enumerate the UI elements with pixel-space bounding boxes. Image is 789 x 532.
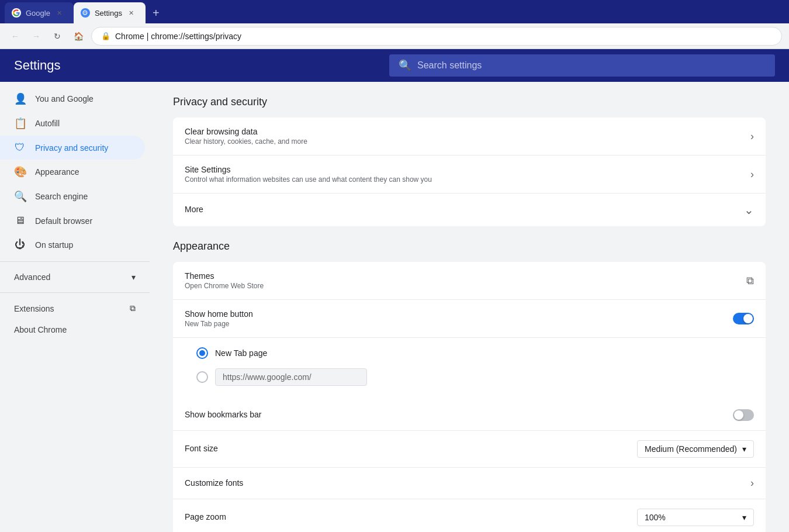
new-tab-radio-dot bbox=[199, 350, 205, 356]
font-size-text: Font size bbox=[185, 444, 637, 454]
sidebar-label-on-startup: On startup bbox=[35, 240, 73, 250]
themes-external-icon[interactable]: ⧉ bbox=[746, 275, 754, 287]
custom-url-input[interactable] bbox=[215, 368, 367, 386]
sidebar-item-advanced[interactable]: Advanced ▾ bbox=[0, 267, 150, 288]
startup-icon: ⏻ bbox=[14, 239, 26, 251]
sidebar-divider bbox=[0, 261, 150, 262]
appearance-card: Themes Open Chrome Web Store ⧉ Show home… bbox=[173, 262, 766, 532]
page-zoom-text: Page zoom bbox=[185, 512, 637, 523]
address-bar[interactable]: 🔒 Chrome | chrome://settings/privacy bbox=[91, 27, 782, 46]
font-size-dropdown[interactable]: Medium (Recommended) ▾ bbox=[637, 440, 754, 458]
default-browser-icon: 🖥 bbox=[14, 215, 26, 227]
sidebar-item-appearance[interactable]: 🎨 Appearance bbox=[0, 160, 145, 184]
sidebar-item-search-engine[interactable]: 🔍 Search engine bbox=[0, 184, 145, 209]
themes-text: Themes Open Chrome Web Store bbox=[185, 271, 746, 290]
shield-icon: 🛡 bbox=[14, 141, 26, 154]
sidebar-item-extensions[interactable]: Extensions ⧉ bbox=[0, 298, 150, 319]
reload-button[interactable]: ↻ bbox=[49, 28, 65, 44]
themes-item[interactable]: Themes Open Chrome Web Store ⧉ bbox=[173, 262, 766, 300]
bookmarks-bar-toggle[interactable] bbox=[733, 409, 754, 421]
back-button[interactable]: ← bbox=[7, 28, 23, 44]
sidebar-label-advanced: Advanced bbox=[14, 272, 50, 282]
show-home-button-title: Show home button bbox=[185, 309, 733, 319]
appearance-section-title: Appearance bbox=[173, 240, 766, 253]
person-icon: 👤 bbox=[14, 92, 26, 105]
site-settings-item[interactable]: Site Settings Control what information w… bbox=[173, 156, 766, 194]
clear-browsing-data-text: Clear browsing data Clear history, cooki… bbox=[185, 127, 750, 146]
bookmarks-toggle-knob bbox=[734, 410, 743, 420]
show-home-button-toggle[interactable] bbox=[733, 313, 754, 324]
tab-settings-close[interactable]: ✕ bbox=[127, 8, 136, 18]
site-settings-sub: Control what information websites can us… bbox=[185, 175, 750, 184]
new-tab-radio-circle bbox=[196, 347, 208, 359]
page-zoom-dropdown-chevron-icon: ▾ bbox=[742, 513, 746, 522]
sidebar-label-appearance: Appearance bbox=[35, 167, 79, 177]
sidebar-item-autofill[interactable]: 📋 Autofill bbox=[0, 111, 145, 136]
forward-button[interactable]: → bbox=[28, 28, 44, 44]
sidebar-label-you-and-google: You and Google bbox=[35, 94, 94, 103]
privacy-section-title: Privacy and security bbox=[173, 96, 766, 108]
sidebar-item-you-and-google[interactable]: 👤 You and Google bbox=[0, 87, 145, 111]
tab-google-close[interactable]: ✕ bbox=[55, 8, 64, 18]
site-settings-text: Site Settings Control what information w… bbox=[185, 165, 750, 184]
sidebar-label-default-browser: Default browser bbox=[35, 216, 92, 226]
show-home-button-text: Show home button New Tab page bbox=[185, 309, 733, 328]
show-home-button-sub: New Tab page bbox=[185, 320, 733, 328]
clear-browsing-data-arrow-icon: › bbox=[750, 130, 754, 143]
font-size-dropdown-chevron-icon: ▾ bbox=[742, 444, 746, 454]
custom-radio-item[interactable] bbox=[196, 364, 754, 391]
autofill-icon: 📋 bbox=[14, 117, 26, 130]
show-home-button-item: Show home button New Tab page bbox=[173, 300, 766, 338]
sidebar-item-default-browser[interactable]: 🖥 Default browser bbox=[0, 209, 145, 233]
sidebar-item-about-chrome[interactable]: About Chrome bbox=[0, 319, 150, 340]
page-zoom-title: Page zoom bbox=[185, 512, 637, 521]
home-button-radio-group: New Tab page bbox=[173, 338, 766, 400]
extensions-external-icon: ⧉ bbox=[130, 303, 136, 313]
sidebar-item-privacy[interactable]: 🛡 Privacy and security bbox=[0, 136, 145, 160]
themes-sub: Open Chrome Web Store bbox=[185, 282, 746, 290]
customize-fonts-item[interactable]: Customize fonts › bbox=[173, 468, 766, 499]
tab-settings-label: Settings bbox=[95, 9, 122, 18]
search-box[interactable]: 🔍 bbox=[389, 54, 775, 77]
bookmarks-bar-title: Show bookmarks bar bbox=[185, 410, 733, 419]
bookmarks-bar-item: Show bookmarks bar bbox=[173, 400, 766, 431]
search-icon: 🔍 bbox=[399, 59, 411, 72]
clear-browsing-data-title: Clear browsing data bbox=[185, 127, 750, 136]
more-item[interactable]: More ⌄ bbox=[173, 194, 766, 226]
page-zoom-value: 100% bbox=[645, 513, 666, 522]
themes-title: Themes bbox=[185, 271, 746, 281]
tab-bar: Google ✕ ⚙ Settings ✕ + bbox=[0, 0, 789, 23]
customize-fonts-title: Customize fonts bbox=[185, 478, 750, 488]
settings-title: Settings bbox=[14, 58, 389, 73]
toggle-knob bbox=[743, 314, 753, 323]
sidebar-label-search-engine: Search engine bbox=[35, 192, 88, 201]
site-settings-arrow-icon: › bbox=[750, 168, 754, 181]
settings-page: Settings 🔍 👤 You and Google 📋 Autofill 🛡 bbox=[0, 49, 789, 532]
show-home-button-container: Show home button New Tab page bbox=[173, 300, 766, 400]
browser-frame: Google ✕ ⚙ Settings ✕ + ← → ↻ 🏠 🔒 Chrome… bbox=[0, 0, 789, 532]
tab-settings[interactable]: ⚙ Settings ✕ bbox=[74, 2, 146, 23]
font-size-item: Font size Medium (Recommended) ▾ bbox=[173, 431, 766, 468]
settings-body: 👤 You and Google 📋 Autofill 🛡 Privacy an… bbox=[0, 82, 789, 532]
customize-fonts-arrow-icon: › bbox=[750, 477, 754, 489]
google-favicon bbox=[12, 8, 21, 18]
sidebar: 👤 You and Google 📋 Autofill 🛡 Privacy an… bbox=[0, 82, 150, 532]
tab-google[interactable]: Google ✕ bbox=[5, 2, 74, 23]
home-button[interactable]: 🏠 bbox=[70, 28, 86, 44]
sidebar-item-on-startup[interactable]: ⏻ On startup bbox=[0, 233, 145, 257]
nav-bar: ← → ↻ 🏠 🔒 Chrome | chrome://settings/pri… bbox=[0, 23, 789, 49]
sidebar-label-privacy: Privacy and security bbox=[35, 143, 108, 153]
search-input[interactable] bbox=[417, 60, 766, 71]
page-zoom-dropdown[interactable]: 100% ▾ bbox=[637, 509, 754, 526]
custom-radio-circle bbox=[196, 371, 208, 383]
page-zoom-item: Page zoom 100% ▾ bbox=[173, 499, 766, 532]
clear-browsing-data-sub: Clear history, cookies, cache, and more bbox=[185, 137, 750, 146]
privacy-card: Clear browsing data Clear history, cooki… bbox=[173, 118, 766, 226]
sidebar-divider-2 bbox=[0, 292, 150, 293]
new-tab-button[interactable]: + bbox=[148, 5, 164, 21]
new-tab-radio-item[interactable]: New Tab page bbox=[196, 343, 754, 364]
settings-favicon: ⚙ bbox=[81, 8, 90, 18]
clear-browsing-data-item[interactable]: Clear browsing data Clear history, cooki… bbox=[173, 118, 766, 156]
bookmarks-bar-text: Show bookmarks bar bbox=[185, 410, 733, 420]
customize-fonts-text: Customize fonts bbox=[185, 478, 750, 489]
